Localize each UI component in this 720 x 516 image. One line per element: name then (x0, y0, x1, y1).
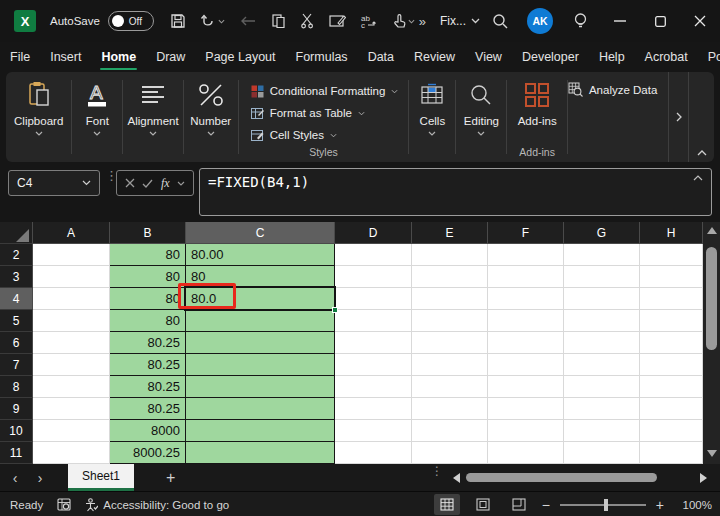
avatar[interactable]: AK (527, 8, 553, 34)
row-header-6[interactable]: 6 (0, 332, 33, 354)
menu-tab-view[interactable]: View (465, 43, 512, 71)
touch-mode-button[interactable] (392, 13, 415, 29)
menu-tab-power-pivot[interactable]: Power Pivot (698, 43, 720, 71)
scroll-down-icon[interactable] (707, 450, 717, 457)
cell-F5[interactable] (488, 310, 564, 332)
cell-G3[interactable] (564, 266, 640, 288)
row-header-3[interactable]: 3 (0, 266, 33, 288)
cell-F2[interactable] (488, 244, 564, 266)
close-button[interactable] (680, 0, 720, 42)
lightbulb-icon[interactable] (560, 0, 600, 42)
column-header-H[interactable]: H (640, 222, 703, 244)
cell-D5[interactable] (335, 310, 412, 332)
cell-D4[interactable] (335, 288, 412, 310)
cell-E3[interactable] (412, 266, 488, 288)
cell-F7[interactable] (488, 354, 564, 376)
cell-D8[interactable] (335, 376, 412, 398)
cell-H9[interactable] (640, 398, 703, 420)
zoom-slider-thumb[interactable] (604, 499, 608, 511)
cell-F6[interactable] (488, 332, 564, 354)
document-title[interactable]: Fix... (440, 14, 480, 28)
font-group[interactable]: A Font (72, 72, 122, 162)
cell-A11[interactable] (33, 442, 110, 464)
cell-H2[interactable] (640, 244, 703, 266)
clipboard-group[interactable]: Clipboard (6, 72, 71, 162)
zoom-level[interactable]: 100% (674, 499, 712, 511)
menu-tab-file[interactable]: File (0, 43, 40, 71)
selection-fill-handle[interactable] (332, 307, 338, 313)
column-header-A[interactable]: A (33, 222, 110, 244)
cell-F8[interactable] (488, 376, 564, 398)
cell-H10[interactable] (640, 420, 703, 442)
sheet-tab-sheet1[interactable]: Sheet1 (68, 464, 134, 491)
cell-A7[interactable] (33, 354, 110, 376)
column-header-F[interactable]: F (488, 222, 564, 244)
addins-group[interactable]: Add-ins Add-ins (507, 72, 567, 162)
cell-A10[interactable] (33, 420, 110, 442)
maximize-button[interactable] (640, 0, 680, 42)
ribbon-collapse-icon[interactable] (689, 72, 714, 162)
row-header-5[interactable]: 5 (0, 310, 33, 332)
cell-E4[interactable] (412, 288, 488, 310)
cell-H6[interactable] (640, 332, 703, 354)
cell-styles-button[interactable]: Cell Styles (251, 124, 399, 146)
cell-F4[interactable] (488, 288, 564, 310)
alignment-group[interactable]: Alignment (123, 72, 183, 162)
cell-D11[interactable] (335, 442, 412, 464)
cell-B5[interactable]: 80 (110, 310, 186, 332)
cell-B6[interactable]: 80.25 (110, 332, 186, 354)
editing-group[interactable]: Editing (456, 72, 506, 162)
cell-G7[interactable] (564, 354, 640, 376)
undo-button[interactable] (200, 13, 225, 29)
cell-B4[interactable]: 80 (110, 288, 186, 310)
formula-bar-collapse-icon[interactable] (693, 175, 703, 181)
cell-B9[interactable]: 80.25 (110, 398, 186, 420)
row-header-2[interactable]: 2 (0, 244, 33, 266)
column-header-B[interactable]: B (110, 222, 186, 244)
cell-E2[interactable] (412, 244, 488, 266)
view-page-break-button[interactable] (506, 494, 532, 515)
cut-icon[interactable] (300, 13, 315, 29)
analyze-data-button[interactable]: Analyze Data (568, 82, 657, 97)
save-icon[interactable] (170, 13, 186, 29)
cell-E9[interactable] (412, 398, 488, 420)
cell-D3[interactable] (335, 266, 412, 288)
cell-D2[interactable] (335, 244, 412, 266)
vertical-scrollbar[interactable] (703, 222, 720, 464)
cell-C3[interactable]: 80 (186, 266, 335, 288)
cell-C10[interactable] (186, 420, 335, 442)
horizontal-scroll-thumb[interactable] (466, 473, 657, 482)
column-header-C[interactable]: C (186, 222, 335, 244)
cell-G6[interactable] (564, 332, 640, 354)
cell-A5[interactable] (33, 310, 110, 332)
view-normal-button[interactable] (434, 494, 460, 515)
cell-D6[interactable] (335, 332, 412, 354)
cell-B7[interactable]: 80.25 (110, 354, 186, 376)
enter-check-icon[interactable] (142, 179, 153, 188)
column-header-D[interactable]: D (335, 222, 412, 244)
hscroll-right-icon[interactable] (700, 473, 707, 483)
search-icon[interactable] (480, 0, 520, 42)
cell-E10[interactable] (412, 420, 488, 442)
cell-G4[interactable] (564, 288, 640, 310)
hscroll-handle[interactable]: ⋮ (431, 469, 443, 474)
row-header-9[interactable]: 9 (0, 398, 33, 420)
cell-E11[interactable] (412, 442, 488, 464)
menu-tab-insert[interactable]: Insert (40, 43, 91, 71)
cell-F9[interactable] (488, 398, 564, 420)
cell-F10[interactable] (488, 420, 564, 442)
cell-B8[interactable]: 80.25 (110, 376, 186, 398)
cell-H5[interactable] (640, 310, 703, 332)
cell-B3[interactable]: 80 (110, 266, 186, 288)
vertical-scroll-thumb[interactable] (706, 247, 717, 350)
cell-H4[interactable] (640, 288, 703, 310)
cell-B2[interactable]: 80 (110, 244, 186, 266)
column-header-E[interactable]: E (412, 222, 488, 244)
cell-C4[interactable]: 80.0 (186, 288, 335, 310)
number-group[interactable]: Number (184, 72, 238, 162)
menu-tab-developer[interactable]: Developer (512, 43, 589, 71)
cell-C6[interactable] (186, 332, 335, 354)
cell-B10[interactable]: 8000 (110, 420, 186, 442)
cell-C7[interactable] (186, 354, 335, 376)
cell-A4[interactable] (33, 288, 110, 310)
